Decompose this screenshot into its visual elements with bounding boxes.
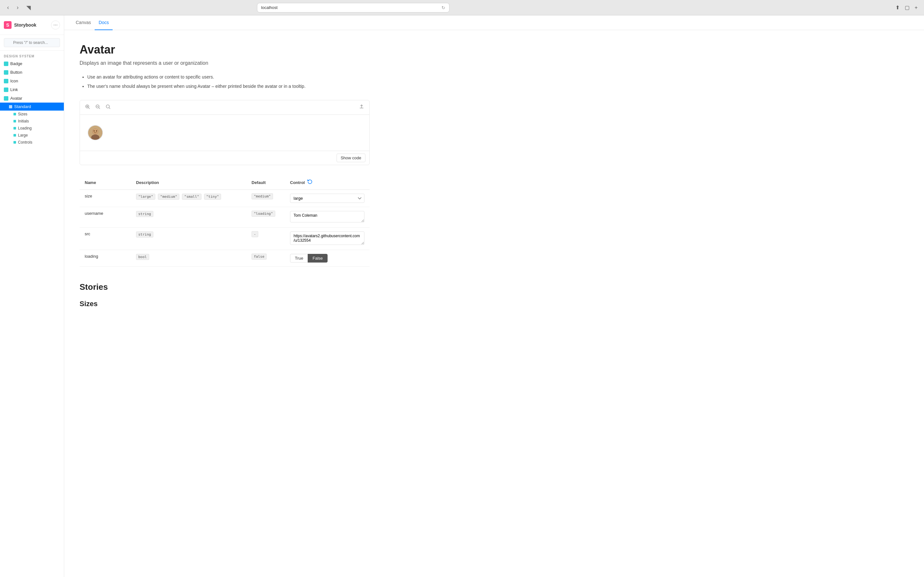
link-icon: [4, 87, 8, 92]
prop-name-src: src: [85, 231, 90, 236]
loading-true-button[interactable]: True: [290, 254, 308, 263]
zoom-out-button[interactable]: [94, 103, 102, 112]
sidebar-item-loading[interactable]: Loading: [0, 125, 64, 132]
story-preview-toolbar: [80, 100, 369, 115]
tab-canvas[interactable]: Canvas: [72, 15, 95, 30]
tab-canvas-label: Canvas: [76, 20, 91, 25]
prop-default-username: "loading": [252, 211, 275, 217]
zoom-in-button[interactable]: [84, 103, 91, 112]
page-subtitle: Displays an image that represents a user…: [79, 60, 370, 66]
fullscreen-button[interactable]: ▢: [903, 3, 911, 12]
prop-desc-src: string: [136, 231, 153, 237]
nav-section-label: DESIGN SYSTEM: [0, 51, 64, 59]
share-story-button[interactable]: [358, 103, 365, 112]
sizes-sub-title: Sizes: [79, 300, 370, 308]
initials-icon: [13, 120, 16, 122]
prop-default-src: -: [252, 231, 258, 237]
sizes-icon: [13, 113, 16, 115]
standard-icon: [9, 105, 12, 108]
sidebar-item-initials[interactable]: Initials: [0, 118, 64, 125]
tab-docs-label: Docs: [99, 20, 109, 25]
sidebar-item-controls-label: Controls: [18, 140, 32, 145]
sidebar-item-icon-label: Icon: [10, 79, 18, 83]
loading-false-button[interactable]: False: [308, 254, 328, 263]
sidebar-item-link-label: Link: [10, 87, 18, 92]
username-control-textarea[interactable]: Tom Coleman: [290, 211, 365, 222]
sidebar-item-standard[interactable]: Standard: [0, 103, 64, 111]
storybook-logo: S: [4, 21, 11, 29]
prop-desc-username: string: [136, 211, 153, 217]
icon-icon: [4, 79, 8, 83]
col-name: Name: [79, 175, 131, 190]
story-preview-footer: Show code: [80, 151, 369, 165]
prop-desc-size: "large" "medium" "small" "tiny": [136, 193, 241, 200]
page-title: Avatar: [79, 43, 370, 56]
reset-controls-button[interactable]: [307, 179, 312, 185]
sidebar-item-button[interactable]: Button: [0, 68, 64, 77]
zoom-reset-button[interactable]: [104, 103, 112, 112]
col-control: Control: [285, 175, 370, 189]
show-code-button[interactable]: Show code: [336, 153, 365, 162]
browser-actions: ⬆ ▢ +: [894, 3, 919, 12]
sidebar-toggle-button[interactable]: ◥: [24, 3, 33, 13]
sidebar-item-avatar-label: Avatar: [10, 96, 22, 101]
share-button[interactable]: ⬆: [894, 3, 901, 12]
reload-icon[interactable]: ↻: [441, 5, 445, 10]
src-control-textarea[interactable]: https://avatars2.githubusercontent.com/u…: [290, 231, 365, 245]
story-preview: Show code: [79, 100, 370, 165]
sidebar-item-initials-label: Initials: [18, 119, 29, 123]
svg-point-11: [91, 135, 99, 140]
app-container: S Storybook ··· 🔍 DESIGN SYSTEM Badge: [0, 15, 924, 577]
sidebar-item-icon[interactable]: Icon: [0, 77, 64, 85]
url-text: localhost: [261, 5, 278, 10]
sidebar-item-sizes[interactable]: Sizes: [0, 111, 64, 118]
controls-icon: [13, 141, 16, 143]
avatar-nav-icon: [4, 96, 8, 101]
prop-name-loading: loading: [85, 254, 98, 259]
sidebar-item-badge[interactable]: Badge: [0, 59, 64, 68]
table-row-src: src string - https://avatars2.githubuser…: [79, 227, 370, 250]
table-row-loading: loading bool false True False: [79, 250, 370, 267]
badge-icon: [4, 61, 8, 66]
search-input[interactable]: [4, 38, 60, 47]
sidebar-item-standard-label: Standard: [14, 104, 31, 109]
svg-point-12: [93, 129, 98, 134]
sidebar-menu-button[interactable]: ···: [51, 21, 60, 29]
back-button[interactable]: ‹: [5, 3, 11, 12]
prop-name-username: username: [85, 211, 103, 216]
new-tab-button[interactable]: +: [913, 3, 919, 12]
sidebar-item-badge-label: Badge: [10, 61, 23, 66]
address-bar: localhost ↻: [257, 3, 449, 13]
sidebar: S Storybook ··· 🔍 DESIGN SYSTEM Badge: [0, 15, 64, 577]
menu-dots-icon: ···: [53, 22, 57, 28]
loading-icon: [13, 127, 16, 129]
sidebar-header: S Storybook ···: [0, 15, 64, 35]
main-content: Canvas Docs Avatar Displays an image tha…: [64, 15, 924, 577]
sidebar-item-sizes-label: Sizes: [18, 112, 27, 116]
avatar-image: [88, 126, 102, 140]
avatar: [87, 125, 103, 140]
usage-item-2: The user's name should always be present…: [87, 83, 370, 90]
sidebar-item-large[interactable]: Large: [0, 132, 64, 139]
sidebar-item-controls[interactable]: Controls: [0, 139, 64, 146]
svg-point-14: [96, 131, 97, 132]
prop-default-size: "medium": [252, 193, 273, 199]
forward-button[interactable]: ›: [15, 3, 21, 12]
svg-line-5: [99, 108, 100, 109]
stories-section-title: Stories: [79, 282, 370, 292]
docs-content: Avatar Displays an image that represents…: [64, 30, 385, 326]
tab-docs[interactable]: Docs: [95, 15, 113, 30]
col-default: Default: [246, 175, 285, 190]
col-description: Description: [131, 175, 246, 190]
prop-name-size: size: [85, 193, 92, 198]
size-control-select[interactable]: large medium small tiny: [290, 193, 365, 203]
props-table: Name Description Default Control: [79, 175, 370, 267]
prop-default-loading: false: [252, 253, 267, 259]
sidebar-item-avatar[interactable]: Avatar: [0, 94, 64, 103]
sidebar-item-link[interactable]: Link: [0, 85, 64, 94]
logo-letter: S: [6, 23, 9, 27]
usage-list: Use an avatar for attributing actions or…: [79, 74, 370, 90]
loading-control-toggle: True False: [290, 254, 365, 263]
browser-chrome: ‹ › ◥ localhost ↻ ⬆ ▢ +: [0, 0, 924, 15]
svg-line-1: [89, 108, 89, 109]
